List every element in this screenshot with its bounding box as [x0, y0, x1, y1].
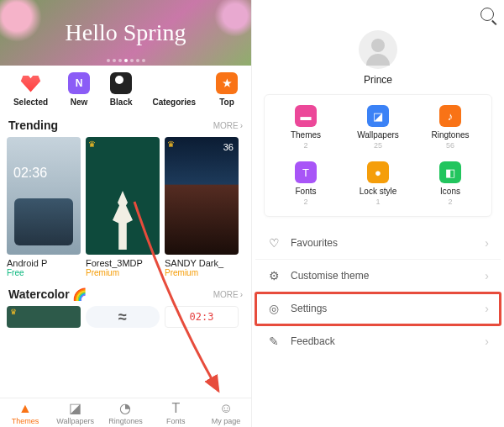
username: Prince — [252, 74, 504, 86]
more-link[interactable]: More — [213, 121, 243, 130]
search-icon[interactable] — [480, 8, 494, 21]
carousel-dots — [0, 59, 251, 62]
themes-icon: ▬ — [295, 105, 317, 127]
star-icon: ★ — [216, 72, 238, 94]
theme-thumb[interactable]: 02:3 — [165, 306, 239, 328]
tile-ringtones[interactable]: ♪ Ringtones 56 — [414, 105, 486, 150]
heart-outline-icon: ♡ — [267, 236, 281, 250]
hero-title: Hello Spring — [66, 19, 186, 46]
cat-black[interactable]: Black — [110, 72, 133, 107]
theme-thumb[interactable] — [86, 306, 160, 328]
trending-header: Trending More — [0, 115, 251, 137]
theme-card[interactable]: ♛ 36 SANDY Dark_ Premium — [165, 137, 239, 277]
chevron-right-icon: › — [485, 335, 489, 348]
tile-fonts[interactable]: T Fonts 2 — [270, 161, 342, 206]
watercolor-header: Watercolor 🌈 More — [0, 284, 251, 306]
grid-icon — [163, 72, 185, 94]
crown-icon: ♛ — [88, 140, 96, 149]
more-link[interactable]: More — [213, 290, 243, 299]
heart-icon — [20, 72, 42, 94]
trending-list[interactable]: 02:36 Android P Free ♛ Forest_3MDP Premi… — [0, 137, 251, 277]
themes-icon: ▲ — [18, 402, 32, 415]
black-icon — [110, 72, 132, 94]
chevron-right-icon: › — [485, 302, 489, 315]
watercolor-list[interactable]: 02:3 — [0, 306, 251, 328]
lock-icon: ● — [367, 161, 389, 183]
cat-new[interactable]: N New — [68, 72, 90, 107]
feedback-icon: ✎ — [267, 335, 281, 348]
my-page-screen: Prince ▬ Themes 2 ◪ Wallpapers 25 ♪ Ring… — [252, 0, 504, 427]
tile-lockstyle[interactable]: ● Lock style 1 — [342, 161, 414, 206]
right-header — [252, 0, 504, 29]
nav-fonts[interactable]: T Fonts — [150, 398, 201, 427]
tile-icons[interactable]: ◧ Icons 2 — [414, 161, 486, 206]
avatar[interactable] — [359, 30, 397, 69]
menu-feedback[interactable]: ✎ Feedback › — [255, 325, 501, 357]
fonts-icon: T — [295, 161, 317, 183]
tile-wallpapers[interactable]: ◪ Wallpapers 25 — [342, 105, 414, 150]
hero-banner[interactable]: Hello Spring — [0, 0, 251, 66]
section-title: Trending — [8, 119, 58, 132]
nav-ringtones[interactable]: ◔ Ringtones — [101, 398, 151, 427]
section-title: Watercolor 🌈 — [8, 287, 87, 301]
bottom-nav: ▲ Themes ◪ Wallpapers ◔ Ringtones T Font… — [0, 398, 251, 427]
category-row: Selected N New Black Categories ★ Top — [0, 66, 251, 115]
theme-thumb[interactable] — [7, 306, 81, 328]
theme-card[interactable]: ♛ Forest_3MDP Premium — [86, 137, 160, 277]
chevron-right-icon: › — [485, 236, 489, 250]
theme-thumb: ♛ — [86, 137, 160, 255]
fonts-icon: T — [171, 402, 180, 415]
theme-thumb: ♛ 36 — [165, 137, 239, 255]
themes-store-screen: Hello Spring Selected N New Black Catego… — [0, 0, 252, 427]
cat-top[interactable]: ★ Top — [216, 72, 238, 107]
theme-card[interactable]: 02:36 Android P Free — [7, 137, 81, 277]
settings-icon: ◎ — [267, 302, 281, 315]
nav-mypage[interactable]: ☺ My page — [201, 398, 251, 427]
menu-settings[interactable]: ◎ Settings › — [255, 293, 501, 325]
new-icon: N — [68, 72, 90, 94]
nav-wallpapers[interactable]: ◪ Wallpapers — [50, 398, 101, 427]
asset-tiles: ▬ Themes 2 ◪ Wallpapers 25 ♪ Ringtones 5… — [264, 94, 492, 217]
wallpapers-icon: ◪ — [69, 402, 81, 415]
mypage-icon: ☺ — [219, 402, 233, 415]
menu-favourites[interactable]: ♡ Favourites › — [255, 227, 501, 260]
icons-icon: ◧ — [439, 161, 461, 183]
crown-icon: ♛ — [167, 140, 175, 149]
chevron-right-icon: › — [485, 269, 489, 282]
wallpapers-icon: ◪ — [367, 105, 389, 127]
sliders-icon: ⚙ — [267, 269, 281, 282]
ringtones-icon: ♪ — [439, 105, 461, 127]
menu-customise[interactable]: ⚙ Customise theme › — [255, 260, 501, 293]
theme-thumb: 02:36 — [7, 137, 81, 255]
cat-selected[interactable]: Selected — [13, 72, 48, 107]
nav-themes[interactable]: ▲ Themes — [0, 398, 50, 427]
tile-themes[interactable]: ▬ Themes 2 — [270, 105, 342, 150]
ringtones-icon: ◔ — [119, 402, 131, 415]
cat-categories[interactable]: Categories — [152, 72, 196, 107]
menu-list: ♡ Favourites › ⚙ Customise theme › ◎ Set… — [255, 227, 501, 357]
